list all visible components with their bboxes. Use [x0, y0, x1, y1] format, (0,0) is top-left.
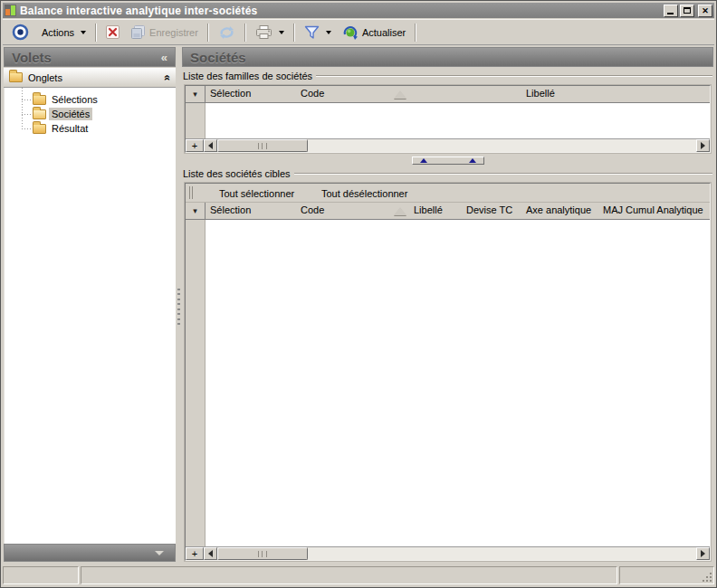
- open-folder-icon: [33, 109, 46, 119]
- app-icon-orange-bar: [5, 9, 10, 15]
- status-segment-right: [619, 566, 714, 584]
- filter-button[interactable]: [301, 24, 323, 42]
- print-options-button[interactable]: [276, 29, 288, 36]
- printer-icon: [255, 25, 272, 39]
- filter-options-button[interactable]: [323, 29, 335, 36]
- sidebar-item-selections[interactable]: Sélections: [5, 92, 176, 107]
- column-chooser-button[interactable]: ▾: [186, 86, 206, 102]
- toolbar-separator: [415, 24, 416, 42]
- scrollbar-track[interactable]: [308, 139, 696, 152]
- column-header-code[interactable]: Code: [301, 88, 324, 99]
- targets-grid-body[interactable]: [186, 220, 710, 546]
- column-header-maj-cumul[interactable]: MAJ Cumul Analytique: [603, 204, 703, 215]
- scroll-right-button[interactable]: [696, 547, 710, 560]
- sidebar-title: Volets: [12, 50, 52, 65]
- content-title: Sociétés: [190, 50, 246, 65]
- status-segment-left: [3, 566, 79, 584]
- select-all-button[interactable]: Tout sélectionner: [215, 184, 298, 203]
- sync-icon: [218, 25, 235, 40]
- scroll-left-button[interactable]: [204, 547, 217, 560]
- sidebar-section-onglets[interactable]: Onglets »: [4, 68, 176, 88]
- sync-button[interactable]: [215, 24, 239, 42]
- row-header-column: [186, 220, 206, 546]
- status-segment-middle: [81, 566, 617, 584]
- deselect-all-button[interactable]: Tout désélectionner: [318, 184, 411, 203]
- sidebar-item-societes[interactable]: Sociétés: [5, 107, 176, 121]
- column-header-code[interactable]: Code: [301, 204, 324, 215]
- refresh-button[interactable]: Actualiser: [339, 23, 409, 43]
- arrow-right-icon: [701, 550, 705, 557]
- column-header-selection[interactable]: Sélection: [210, 204, 251, 215]
- column-chooser-button[interactable]: ▾: [186, 203, 206, 219]
- targets-grid-buttonrow: Tout sélectionner Tout désélectionner: [186, 184, 710, 203]
- sort-ascending-icon[interactable]: [394, 207, 406, 215]
- resize-grip[interactable]: [701, 571, 712, 583]
- families-grid-header: ▾ Sélection Code Libellé: [186, 86, 710, 103]
- close-button[interactable]: ✕: [698, 5, 712, 17]
- column-header-axe-analytique[interactable]: Axe analytique: [526, 204, 591, 215]
- group-rule: [294, 173, 712, 175]
- toolbar-separator: [207, 24, 209, 42]
- tree-branch-line: [22, 128, 32, 129]
- column-header-libelle[interactable]: Libellé: [526, 88, 555, 99]
- tree-branch-line: [22, 114, 32, 115]
- group-rule: [316, 75, 712, 77]
- column-header-devise-tc[interactable]: Devise TC: [466, 204, 512, 215]
- scrollbar-thumb[interactable]: [217, 139, 308, 152]
- column-header-libelle[interactable]: Libellé: [414, 204, 443, 215]
- targets-group-label: Liste des sociétés cibles: [183, 167, 712, 180]
- maximize-button[interactable]: [680, 5, 694, 17]
- app-icon: [5, 5, 16, 16]
- refresh-icon: [342, 24, 358, 41]
- sidebar-item-resultat[interactable]: Résultat: [5, 121, 176, 136]
- row-header-column: [186, 103, 206, 138]
- actions-label: Actions: [42, 27, 74, 38]
- sidebar-footer: [4, 544, 176, 562]
- splitter-grip-icon: [177, 289, 180, 328]
- horizontal-scrollbar: [204, 547, 710, 560]
- horizontal-scrollbar: [204, 139, 710, 152]
- splitter-up-icon: [420, 158, 427, 163]
- save-button[interactable]: Enregistrer: [127, 24, 202, 41]
- delete-button[interactable]: [102, 24, 123, 41]
- close-icon: ✕: [702, 6, 709, 15]
- save-label: Enregistrer: [149, 27, 198, 38]
- collapse-sidebar-button[interactable]: «: [161, 51, 167, 64]
- folder-icon: [33, 124, 46, 134]
- families-grid-body[interactable]: [186, 103, 710, 138]
- scrollbar-track[interactable]: [308, 547, 696, 560]
- targets-grid-header: ▾ Sélection Code Libellé Devise TC Axe a…: [186, 203, 710, 220]
- target-icon: [12, 24, 29, 41]
- sidebar-tree: Sélections Sociétés Résultat: [4, 88, 176, 544]
- families-grid: ▾ Sélection Code Libellé +: [185, 85, 711, 153]
- add-row-button[interactable]: +: [186, 139, 204, 152]
- title-bar: Balance interactive analytique inter-soc…: [3, 3, 714, 18]
- toolbar-grip-icon: [189, 186, 193, 199]
- collapse-section-icon[interactable]: »: [163, 74, 172, 81]
- filter-icon: [304, 25, 320, 40]
- target-button[interactable]: [8, 22, 33, 43]
- minimize-button[interactable]: [664, 5, 678, 17]
- grids-splitter[interactable]: [412, 156, 484, 165]
- section-label: Onglets: [28, 72, 164, 83]
- families-grid-scrollbar-row: +: [186, 138, 710, 152]
- panel-down-arrow-icon[interactable]: [155, 551, 164, 555]
- window-title: Balance interactive analytique inter-soc…: [20, 5, 664, 17]
- chevron-down-icon: [326, 31, 331, 34]
- actions-menu-button[interactable]: Actions: [38, 25, 90, 40]
- print-button[interactable]: [252, 24, 276, 41]
- scroll-right-button[interactable]: [696, 139, 710, 152]
- content-header: Sociétés: [182, 47, 713, 67]
- scrollbar-thumb[interactable]: [217, 547, 308, 560]
- status-bar: [3, 566, 714, 584]
- arrow-left-icon: [208, 142, 213, 149]
- column-header-selection[interactable]: Sélection: [210, 88, 251, 99]
- minimize-icon: [667, 13, 674, 14]
- families-group-text: Liste des familles de sociétés: [183, 71, 312, 81]
- toolbar-separator: [95, 24, 97, 42]
- add-row-button[interactable]: +: [186, 547, 204, 560]
- panel-splitter[interactable]: [176, 47, 182, 562]
- sort-ascending-icon[interactable]: [394, 90, 406, 99]
- scroll-left-button[interactable]: [204, 139, 217, 152]
- tree-branch-line: [22, 100, 32, 100]
